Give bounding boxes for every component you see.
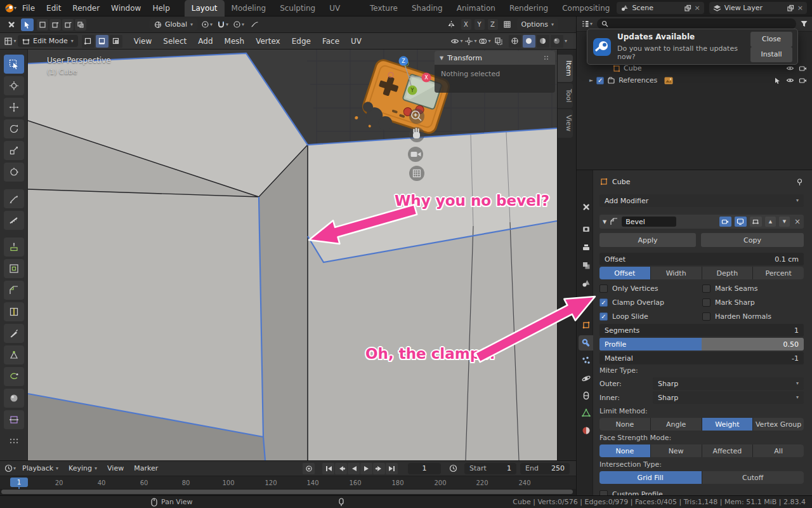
camera-visibility-icon[interactable] bbox=[799, 64, 807, 72]
intersection-grid-fill[interactable]: Grid Fill bbox=[599, 471, 702, 484]
tab-view-layer-icon[interactable] bbox=[579, 258, 593, 273]
tab-object-data-icon[interactable] bbox=[579, 405, 593, 420]
modifier-name-field[interactable]: Bevel bbox=[622, 217, 676, 227]
tab-particles-icon[interactable] bbox=[579, 353, 593, 368]
mark-seams-checkbox[interactable]: Mark Seams bbox=[702, 284, 758, 293]
install-button[interactable]: Install bbox=[750, 47, 792, 62]
menu-face[interactable]: Face bbox=[317, 37, 344, 46]
playback-menu[interactable]: Playback▾ bbox=[18, 464, 63, 472]
outliner-row-references[interactable]: ► ✓ References bbox=[589, 74, 812, 86]
limit-none[interactable]: None bbox=[599, 418, 650, 431]
tab-scene-icon[interactable] bbox=[579, 276, 593, 291]
gizmo-z-label[interactable]: Z bbox=[402, 58, 405, 64]
limit-vertex-group[interactable]: Vertex Group bbox=[753, 418, 804, 431]
workspace-tab-shading[interactable]: Shading bbox=[405, 0, 450, 17]
offset-field[interactable]: Offset0.1 cm bbox=[599, 253, 804, 265]
edge-slide-tool[interactable] bbox=[4, 410, 24, 429]
shading-solid-icon[interactable] bbox=[523, 35, 535, 48]
expand-icon[interactable]: ► bbox=[589, 77, 593, 83]
pan-hand-icon[interactable] bbox=[409, 127, 424, 142]
menu-uv[interactable]: UV bbox=[346, 37, 367, 46]
tab-modifiers-icon[interactable] bbox=[579, 335, 593, 351]
face-select-icon[interactable] bbox=[110, 35, 122, 48]
snap-grid-icon[interactable] bbox=[501, 18, 514, 31]
tab-material-icon[interactable] bbox=[579, 423, 593, 438]
loop-slide-checkbox[interactable]: ✓Loop Slide bbox=[599, 312, 702, 321]
view-layer-selector[interactable]: View Layer × bbox=[709, 2, 807, 14]
eye-icon[interactable] bbox=[786, 76, 794, 84]
menu-render[interactable]: Render bbox=[67, 0, 105, 17]
workspace-tab-layout[interactable]: Layout bbox=[185, 0, 225, 17]
move-modifier-up-button[interactable]: ▲ bbox=[765, 217, 776, 227]
select-mode-subtract-icon[interactable] bbox=[62, 19, 74, 30]
timeline-ruler[interactable]: 1 20 40 60 80 100 120 140 160 180 200 22… bbox=[0, 476, 576, 489]
marker-menu[interactable]: Marker bbox=[129, 464, 162, 472]
workspace-tab-modeling[interactable]: Modeling bbox=[225, 0, 273, 17]
scrollbar-thumb[interactable] bbox=[1, 490, 573, 494]
face-strength-all[interactable]: All bbox=[753, 444, 804, 457]
new-scene-icon[interactable] bbox=[684, 4, 691, 12]
gizmos-dropdown[interactable]: ▾ bbox=[464, 35, 477, 48]
render-visibility-toggle[interactable] bbox=[719, 217, 731, 227]
gizmo-y-label[interactable]: Y bbox=[410, 88, 414, 93]
view-menu[interactable]: View bbox=[103, 464, 128, 472]
mirror-y-toggle[interactable]: Y bbox=[475, 19, 485, 30]
collapse-icon[interactable]: ▼ bbox=[603, 219, 606, 225]
measure-tool[interactable] bbox=[4, 211, 24, 230]
transform-panel-header[interactable]: ▼ Transform bbox=[435, 51, 555, 65]
width-type-offset[interactable]: Offset bbox=[599, 267, 650, 279]
select-mode-new-icon[interactable] bbox=[37, 19, 48, 30]
custom-profile-checkbox[interactable]: Custom Profile bbox=[599, 490, 663, 496]
miter-outer-dropdown[interactable]: Sharp▾ bbox=[653, 377, 804, 390]
menu-view[interactable]: View bbox=[129, 37, 157, 46]
realtime-visibility-toggle[interactable] bbox=[735, 217, 747, 227]
spin-tool[interactable] bbox=[4, 367, 24, 386]
menu-window[interactable]: Window bbox=[105, 0, 147, 17]
remove-modifier-button[interactable]: × bbox=[794, 217, 801, 226]
menu-select[interactable]: Select bbox=[158, 37, 192, 46]
move-modifier-down-button[interactable]: ▼ bbox=[779, 217, 790, 227]
vertex-select-icon[interactable] bbox=[82, 35, 95, 48]
material-field[interactable]: Material-1 bbox=[599, 352, 804, 364]
frame-start-field[interactable]: Start1 bbox=[464, 463, 516, 474]
copy-button[interactable]: Copy bbox=[701, 233, 804, 247]
tab-tool-icon[interactable] bbox=[579, 199, 593, 215]
frame-end-field[interactable]: End250 bbox=[520, 463, 570, 474]
options-dropdown[interactable]: Options ▾ bbox=[517, 18, 558, 30]
menu-help[interactable]: Help bbox=[147, 0, 175, 17]
jump-to-end-button[interactable] bbox=[386, 463, 398, 474]
collection-checkbox[interactable]: ✓ bbox=[596, 77, 604, 84]
prev-keyframe-button[interactable] bbox=[335, 463, 347, 474]
rotate-tool[interactable] bbox=[4, 119, 24, 138]
new-view-layer-icon[interactable] bbox=[787, 4, 794, 12]
edge-select-icon[interactable] bbox=[96, 35, 108, 48]
miter-inner-dropdown[interactable]: Sharp▾ bbox=[653, 391, 804, 404]
close-button[interactable]: Close bbox=[750, 32, 792, 47]
pivot-point-dropdown[interactable]: ▾ bbox=[200, 18, 213, 31]
mode-dropdown[interactable]: Edit Mode ▾ bbox=[18, 35, 78, 47]
selectable-icon[interactable] bbox=[774, 77, 782, 84]
gizmo-x-label[interactable]: X bbox=[424, 75, 428, 81]
limit-weight[interactable]: Weight bbox=[702, 418, 753, 431]
workspace-tab-compositing[interactable]: Compositing bbox=[555, 0, 617, 17]
clamp-overlap-checkbox[interactable]: ✓Clamp Overlap bbox=[599, 298, 702, 307]
xray-toggle-icon[interactable] bbox=[492, 35, 505, 48]
proportional-edit-dropdown[interactable]: ▾ bbox=[232, 18, 245, 31]
poly-build-tool[interactable] bbox=[4, 345, 24, 364]
panel-grip-icon[interactable] bbox=[544, 55, 550, 60]
tab-view[interactable]: View bbox=[558, 109, 573, 137]
current-frame-field[interactable]: 1 bbox=[408, 463, 441, 474]
ortho-perspective-icon[interactable] bbox=[409, 166, 424, 181]
menu-file[interactable]: File bbox=[16, 0, 41, 17]
workspace-tab-texture-paint[interactable]: Texture Paint bbox=[363, 0, 405, 17]
tab-world-icon[interactable] bbox=[579, 293, 593, 309]
camera-view-icon[interactable] bbox=[408, 147, 423, 162]
editor-type-icon[interactable]: ▾ bbox=[4, 35, 16, 48]
collapse-icon[interactable]: ▼ bbox=[440, 55, 443, 61]
scene-unlink-icon[interactable]: × bbox=[695, 4, 700, 12]
mirror-x-toggle[interactable]: X bbox=[461, 19, 471, 30]
play-reverse-button[interactable] bbox=[348, 463, 360, 474]
width-type-percent[interactable]: Percent bbox=[753, 267, 804, 279]
profile-slider[interactable]: Profile 0.50 bbox=[599, 338, 804, 351]
face-strength-affected[interactable]: Affected bbox=[702, 444, 753, 457]
